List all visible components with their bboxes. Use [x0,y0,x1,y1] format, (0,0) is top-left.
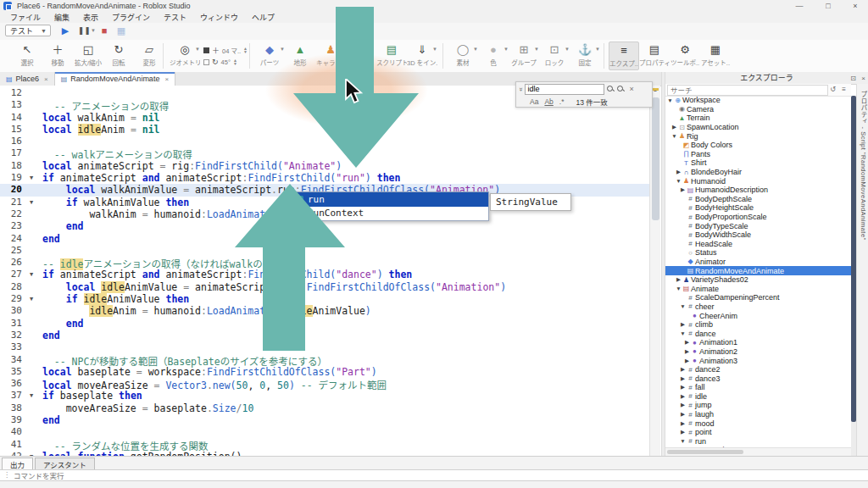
tree-expander[interactable]: ▶ [684,339,690,346]
tree-item[interactable]: ▲Terrain [665,114,851,123]
tree-expander[interactable]: ▶ [680,366,686,373]
tree-expander[interactable]: ▶ [676,276,682,283]
tree-item[interactable]: ▼#dance [665,329,851,338]
tree-item[interactable]: ▼⊕Workspace [665,96,851,105]
tree-expander[interactable]: ▶ [680,384,686,391]
ribbon-button-script-add[interactable]: ▤スクリプト [376,42,407,70]
tree-item[interactable]: #BodyDepthScale [665,195,851,204]
code-line[interactable]: 36local moveAreaSize = Vector3.new(50, 0… [0,378,649,390]
ribbon-button-scale[interactable]: ◱拡大/縮小 [73,42,103,70]
tree-expander[interactable]: ▶ [680,321,686,328]
ribbon-button-select[interactable]: ↖選択 [12,42,42,70]
tree-item[interactable]: ▶#point [665,428,851,437]
code-line[interactable]: 41 -- ランダムな位置を生成する関数 [0,439,649,451]
explorer-search-input[interactable] [667,85,828,96]
code-line[interactable]: 14local walkAnim = nil [0,112,649,124]
code-line[interactable]: 16 [0,136,649,147]
ribbon-button-anchor[interactable]: ⚓▼固定 [570,42,600,70]
ribbon-button-import3d[interactable]: ⇓▼3D をイン.. [407,42,437,70]
code-line[interactable]: 39end [0,414,649,426]
find-option[interactable]: Ab [544,97,553,106]
tree-expander[interactable]: ▶ [671,124,677,130]
menu-item[interactable]: ヘルプ [245,12,281,23]
tree-item[interactable]: ▶#climb [665,320,851,330]
fold-arrow[interactable]: ▼ [25,197,37,208]
code-line[interactable]: 33 [0,341,649,353]
move-snap-checkbox[interactable] [203,47,209,53]
code-line[interactable]: 38 moveAreaSize = baseplate.Size/10 [0,402,649,414]
fold-arrow[interactable]: ▼ [25,172,37,184]
pause-dropdown-icon[interactable]: ▼ [90,25,97,36]
tree-item[interactable]: #BodyHeightScale [665,203,851,213]
close-panel-icon[interactable]: × [861,73,865,85]
ribbon-button-part[interactable]: ◆▼パーツ [254,42,285,70]
command-input[interactable] [12,470,854,482]
tree-expander[interactable]: ▶ [676,169,682,175]
menu-item[interactable]: プラグイン [105,12,157,23]
code-line[interactable]: 29▼ if idleAnimValue then [0,293,649,305]
code-line[interactable]: 34 -- NPCが移動する範囲（Baseplateのサイズを参考にする） [0,354,649,366]
tree-item[interactable]: ▶#fall [665,383,851,392]
code-line[interactable]: 25 [0,245,649,257]
code-line[interactable]: 28 local idleAnimValue = animateScript.i… [0,281,649,293]
tree-item[interactable]: ▶▤HumanoidDescription [665,186,851,195]
code-line[interactable]: 23 end [0,220,649,232]
find-input[interactable] [525,84,604,95]
menu-item[interactable]: 表示 [76,12,105,23]
pause-button[interactable]: ❚❚ [78,25,90,36]
ribbon-button-character[interactable]: ♟キャラク.. [315,42,346,70]
code-line[interactable]: 19▼if animateScript and animateScript:Fi… [0,172,649,184]
tree-item[interactable]: ▼▤Animate [665,284,851,293]
tree-item[interactable]: ▤RandomMoveAndAnimate [665,266,851,275]
tree-item[interactable]: ▼♟Humanoid [665,176,851,186]
tree-item[interactable]: #ScaleDampeningPercent [665,293,851,302]
ribbon-button-terrain[interactable]: ▲地形 [285,42,315,70]
close-find-icon[interactable]: × [629,85,633,93]
fold-arrow[interactable]: ▼ [25,390,37,402]
expand-find-icon[interactable]: » [517,87,525,91]
ribbon-button-explorer[interactable]: ≡エクスプ.. [609,42,639,70]
tree-expander[interactable]: ▼ [676,178,682,184]
close-tab-icon[interactable]: × [164,75,169,83]
find-option[interactable]: Aa [530,97,538,106]
tree-item[interactable]: #BodyTypeScale [665,221,851,230]
tree-item[interactable]: #BodyProportionScale [665,213,851,222]
code-line[interactable]: 31 end [0,318,649,330]
editor-scrollbar[interactable]: ▲ [649,86,660,456]
ribbon-button-lock[interactable]: ⊡▼ロック [539,42,570,70]
tree-expander[interactable]: ▶ [684,348,690,355]
ribbon-button-geometry[interactable]: ◎ ▼ ジオメトリ [170,42,200,70]
tree-expander[interactable]: ▶ [680,375,686,382]
tree-item[interactable]: ▶#dance2 [665,365,851,374]
code-line[interactable]: 18local animateScript = rig:FindFirstChi… [0,160,649,172]
close-button[interactable]: × [849,1,861,11]
float-panel-icon[interactable]: ⊡ [850,73,856,85]
tree-item[interactable]: ▼♟Rig [665,131,851,141]
tree-item[interactable]: ▶●Animation3 [665,356,851,365]
scrollbar-thumb[interactable] [652,97,659,220]
maximize-button[interactable]: □ [822,1,834,11]
tree-item[interactable]: ▶#laugh [665,410,851,419]
tree-item[interactable]: ▶⊡SpawnLocation [665,123,851,132]
tree-expander[interactable]: ▶ [680,429,686,435]
tree-item[interactable]: TShirt [665,158,851,168]
find-next-icon[interactable] [607,86,615,93]
tree-expander[interactable]: ▶ [680,420,686,427]
rotate-snap-value[interactable]: 45° [221,58,231,66]
ribbon-button-transform[interactable]: ▱変形 [134,42,164,70]
tree-item[interactable]: ▶#dance3 [665,374,851,383]
tree-expander[interactable]: ▶ [680,402,686,408]
ribbon-button-rotate[interactable]: ↻回転 [103,42,134,70]
code-line[interactable]: 30 idleAnim = humanoid:LoadAnimation(idl… [0,305,649,317]
ribbon-button-group[interactable]: ⊞▼グループ [509,42,539,70]
tree-expander[interactable]: ▼ [680,330,686,336]
tree-item[interactable]: ●CheerAnim [665,311,851,320]
tree-item[interactable]: ▶●Animation2 [665,347,851,357]
code-area[interactable]: 1213 -- アニメーションの取得14local walkAnim = nil… [0,86,649,458]
ribbon-button-material[interactable]: ◯▼素材 [448,42,478,70]
tree-item[interactable]: ▶#jump [665,401,851,410]
filter-icon[interactable]: ≡ [842,86,846,93]
editor-tab[interactable]: ▤RandomMoveAndAnimate× [55,72,175,86]
tree-item[interactable]: #BodyWidthScale [665,230,851,240]
code-line[interactable]: 26-- idleアニメーションの取得（なければwalkのみ再生） [0,257,649,269]
